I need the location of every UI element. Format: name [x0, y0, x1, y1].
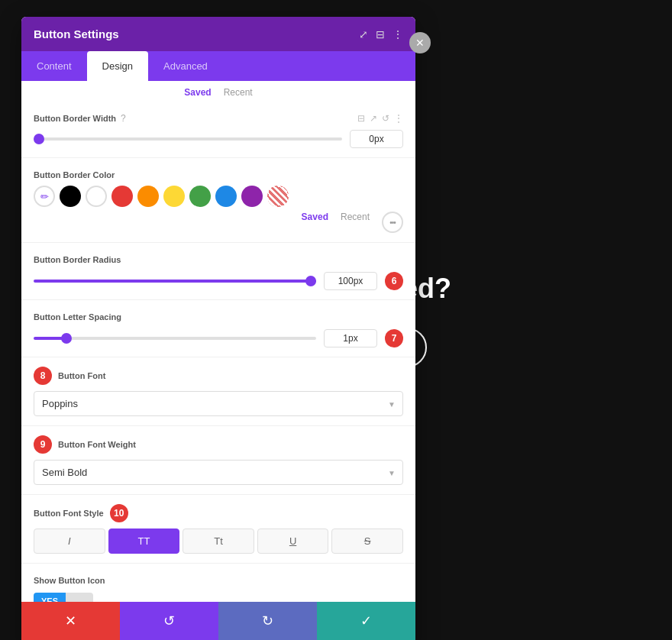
- border-radius-label: Button Border Radius: [34, 255, 121, 264]
- color-picker-icon[interactable]: ✏: [34, 186, 55, 207]
- undo-icon: ↺: [163, 613, 175, 629]
- cancel-icon: ✕: [65, 613, 76, 629]
- font-weight-label: Button Font Weight: [58, 440, 136, 449]
- action-bar: ✕ ↺ ↻ ✓: [21, 602, 415, 640]
- font-weight-badge: 9: [34, 435, 52, 454]
- font-weight-select-wrapper: Semi Bold Regular Bold Light ▼: [34, 460, 403, 485]
- font-section: 8 Button Font Poppins Roboto Open Sans L…: [21, 357, 415, 426]
- saved-recent-row: Saved Recent: [21, 81, 415, 104]
- border-color-section: Button Border Color ✏ Saved Recent •••: [21, 158, 415, 243]
- swatch-yellow[interactable]: [163, 186, 185, 207]
- font-style-buttons: I TT Tt U S: [34, 528, 403, 554]
- font-capitalize-button[interactable]: Tt: [183, 528, 254, 554]
- letter-spacing-label: Button Letter Spacing: [34, 312, 121, 322]
- tab-content[interactable]: Content: [21, 51, 87, 81]
- redo-button[interactable]: ↻: [218, 602, 317, 640]
- swatch-green[interactable]: [189, 186, 211, 207]
- border-width-controls: ⊟ ↗ ↺ ⋮: [357, 113, 403, 124]
- letter-spacing-value[interactable]: [324, 329, 377, 347]
- font-label: Button Font: [58, 371, 105, 380]
- border-width-link-icon[interactable]: ↗: [370, 113, 377, 124]
- swatch-striped[interactable]: [267, 186, 289, 207]
- saved-link[interactable]: Saved: [184, 87, 211, 98]
- panel-header-icons: ⤢ ⊟ ⋮: [359, 28, 403, 40]
- font-select[interactable]: Poppins Roboto Open Sans Lato: [34, 391, 403, 416]
- border-radius-slider[interactable]: [34, 280, 316, 283]
- letter-spacing-badge: 7: [385, 329, 403, 347]
- panel-header: Button Settings ⤢ ⊟ ⋮: [21, 17, 415, 51]
- font-strikethrough-button[interactable]: S: [331, 528, 403, 554]
- tab-advanced[interactable]: Advanced: [148, 51, 223, 81]
- border-width-slider[interactable]: [34, 137, 342, 141]
- font-badge: 8: [34, 367, 52, 385]
- show-icon-label: Show Button Icon: [34, 576, 105, 585]
- font-select-wrapper: Poppins Roboto Open Sans Lato ▼: [34, 391, 403, 416]
- save-button[interactable]: ✓: [317, 602, 415, 640]
- color-saved-link[interactable]: Saved: [302, 212, 328, 233]
- tab-design[interactable]: Design: [87, 51, 148, 81]
- swatch-blue[interactable]: [215, 186, 237, 207]
- swatch-black[interactable]: [60, 186, 81, 207]
- border-radius-value[interactable]: [324, 272, 377, 290]
- border-width-reset-icon[interactable]: ↺: [382, 113, 389, 124]
- recent-link[interactable]: Recent: [224, 87, 253, 98]
- cancel-button[interactable]: ✕: [21, 602, 120, 640]
- close-panel-button[interactable]: ✕: [409, 32, 431, 53]
- color-recent-link[interactable]: Recent: [341, 212, 370, 233]
- save-icon: ✓: [360, 613, 372, 629]
- button-settings-panel: Button Settings ⤢ ⊟ ⋮ Content Design Adv…: [21, 17, 415, 640]
- border-color-label: Button Border Color: [34, 170, 115, 179]
- swatch-orange[interactable]: [137, 186, 159, 207]
- panel-tabs: Content Design Advanced: [21, 51, 415, 81]
- border-radius-badge: 6: [385, 272, 403, 290]
- redo-icon: ↻: [262, 613, 273, 629]
- font-uppercase-button[interactable]: TT: [108, 528, 180, 554]
- border-width-label: Button Border Width: [34, 114, 116, 123]
- letter-spacing-section: Button Letter Spacing 7: [21, 300, 415, 357]
- border-width-value[interactable]: 0px: [350, 130, 403, 148]
- border-width-section: Button Border Width ? ⊟ ↗ ↺ ⋮ 0px: [21, 104, 415, 158]
- font-style-label: Button Font Style: [34, 509, 104, 518]
- undo-button[interactable]: ↺: [120, 602, 218, 640]
- more-options-icon[interactable]: ⋮: [393, 28, 403, 40]
- swatch-purple[interactable]: [241, 186, 263, 207]
- font-underline-button[interactable]: U: [257, 528, 329, 554]
- fullscreen-icon[interactable]: ⤢: [359, 28, 368, 40]
- panel-title: Button Settings: [34, 27, 119, 40]
- font-weight-select[interactable]: Semi Bold Regular Bold Light: [34, 460, 403, 485]
- font-weight-section: 9 Button Font Weight Semi Bold Regular B…: [21, 426, 415, 495]
- letter-spacing-slider[interactable]: [34, 337, 316, 340]
- border-radius-section: Button Border Radius 6: [21, 243, 415, 300]
- color-swatches: ✏: [34, 186, 403, 207]
- panel-body: Saved Recent Button Border Width ? ⊟ ↗ ↺…: [21, 81, 415, 640]
- font-italic-button[interactable]: I: [34, 528, 105, 554]
- columns-icon[interactable]: ⊟: [376, 28, 385, 40]
- swatch-red[interactable]: [111, 186, 133, 207]
- font-style-badge: 10: [110, 504, 128, 522]
- border-width-more-icon[interactable]: ⋮: [394, 113, 403, 124]
- swatch-white[interactable]: [86, 186, 107, 207]
- border-width-copy-icon[interactable]: ⊟: [357, 113, 365, 124]
- font-style-section: Button Font Style 10 I TT Tt U S: [21, 495, 415, 564]
- border-width-help-icon[interactable]: ?: [121, 113, 126, 124]
- more-swatches-icon[interactable]: •••: [382, 212, 403, 233]
